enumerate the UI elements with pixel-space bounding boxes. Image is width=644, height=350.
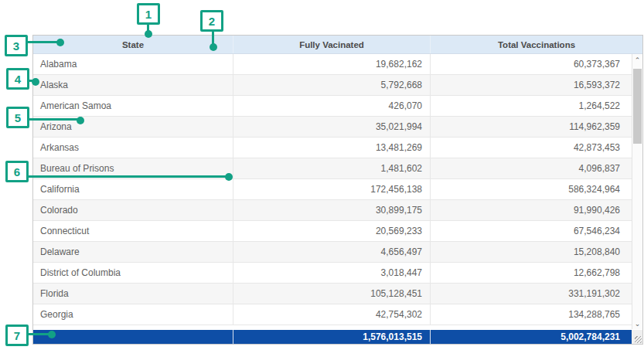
total-vaccinations-cell: 586,324,964 (431, 179, 632, 199)
callout-6-dot (225, 173, 233, 181)
table-row[interactable]: Colorado 30,899,175 91,990,426 (33, 200, 632, 221)
fully-vaccinated-cell: 20,569,233 (233, 221, 431, 241)
table-row[interactable]: Georgia 42,754,302 134,288,765 (33, 304, 632, 325)
fully-vaccinated-cell: 4,656,497 (233, 242, 431, 262)
table-header-row: State Fully Vacinated Total Vaccinations (33, 36, 642, 54)
state-cell: Alabama (33, 54, 233, 74)
table-summary-row: 1,576,013,515 5,002,784,231 (33, 330, 642, 344)
fully-vaccinated-cell: 30,899,175 (233, 200, 431, 220)
total-vaccinations-cell: 67,546,234 (431, 221, 632, 241)
total-vaccinations-cell: 16,593,372 (431, 75, 632, 95)
callout-6-box: 6 (5, 161, 29, 182)
state-cell: District of Columbia (33, 263, 233, 283)
state-cell: Connecticut (33, 221, 233, 241)
fully-vaccinated-cell: 19,682,162 (233, 54, 431, 74)
vertical-scrollbar[interactable]: ⌃ ⌄ (632, 54, 642, 329)
column-header-fully-vaccinated[interactable]: Fully Vacinated (233, 36, 431, 53)
state-cell: Alaska (33, 75, 233, 95)
state-cell: American Samoa (33, 96, 233, 116)
table-row[interactable]: Alabama 19,682,162 60,373,367 (33, 54, 632, 75)
fully-vaccinated-cell: 426,070 (233, 96, 431, 116)
state-cell: Georgia (33, 304, 233, 325)
state-cell: California (33, 179, 233, 199)
total-vaccinations-cell: 91,990,426 (431, 200, 632, 220)
state-cell: Arkansas (33, 138, 233, 158)
fully-vaccinated-cell: 35,021,994 (233, 117, 431, 137)
table-row[interactable]: California 172,456,138 586,324,964 (33, 179, 632, 200)
fully-vaccinated-cell: 172,456,138 (233, 179, 431, 199)
fully-vaccinated-cell: 5,792,668 (233, 75, 431, 95)
total-vaccinations-cell: 1,264,522 (431, 96, 632, 116)
table-row[interactable]: Arizona 35,021,994 114,962,359 (33, 117, 632, 138)
table-row[interactable]: Alaska 5,792,668 16,593,372 (33, 75, 632, 96)
callout-2-dot (210, 43, 217, 51)
callout-3-box: 3 (5, 35, 28, 56)
total-vaccinations-cell: 60,373,367 (431, 54, 632, 74)
total-vaccinations-cell: 114,962,359 (431, 117, 632, 137)
fully-vaccinated-cell: 105,128,451 (233, 284, 431, 304)
callout-3-connector (28, 41, 60, 43)
vaccination-table: State Fully Vacinated Total Vaccinations… (32, 35, 643, 345)
scrollbar-thumb[interactable] (633, 69, 642, 144)
fully-vaccinated-cell: 13,481,269 (233, 138, 431, 158)
fully-vaccinated-cell: 1,481,602 (233, 158, 431, 178)
callout-5-connector (29, 118, 80, 121)
table-body: Alabama 19,682,162 60,373,367 Alaska 5,7… (33, 54, 632, 325)
callout-7-box: 7 (5, 325, 29, 346)
total-vaccinations-cell: 12,662,798 (431, 263, 632, 283)
screenshot-canvas: State Fully Vacinated Total Vaccinations… (0, 0, 644, 350)
callout-5-box: 5 (6, 107, 29, 128)
callout-4-dot (32, 78, 39, 86)
column-header-total-vaccinations[interactable]: Total Vaccinations (431, 36, 642, 53)
table-row[interactable]: Delaware 4,656,497 15,208,840 (33, 242, 632, 263)
scroll-down-icon[interactable]: ⌄ (632, 318, 642, 329)
resize-grip-icon[interactable] (635, 336, 642, 343)
total-vaccinations-cell: 331,191,302 (431, 284, 632, 304)
callout-2-box: 2 (200, 10, 223, 32)
total-vaccinations-cell: 134,288,765 (431, 304, 632, 325)
table-row[interactable]: Connecticut 20,569,233 67,546,234 (33, 221, 632, 242)
callout-7-dot (48, 331, 56, 338)
scroll-up-icon[interactable]: ⌃ (632, 54, 642, 66)
state-cell: Delaware (33, 242, 233, 262)
fully-vaccinated-cell: 3,018,447 (233, 263, 431, 283)
summary-state-cell (33, 330, 233, 344)
callout-1-box: 1 (137, 3, 160, 25)
callout-6-connector (29, 175, 229, 178)
total-vaccinations-cell: 15,208,840 (431, 242, 632, 262)
summary-fully-vaccinated-total: 1,576,013,515 (233, 330, 431, 344)
summary-total-vaccinations-total: 5,002,784,231 (431, 330, 632, 344)
callout-5-dot (77, 117, 84, 124)
total-vaccinations-cell: 42,873,453 (431, 138, 632, 158)
fully-vaccinated-cell: 42,754,302 (233, 304, 431, 325)
state-cell: Florida (33, 284, 233, 304)
callout-4-box: 4 (6, 68, 29, 90)
table-row[interactable]: American Samoa 426,070 1,264,522 (33, 96, 632, 117)
total-vaccinations-cell: 4,096,837 (431, 158, 632, 178)
table-row[interactable]: District of Columbia 3,018,447 12,662,79… (33, 263, 632, 284)
callout-3-dot (56, 39, 64, 46)
table-row[interactable]: Arkansas 13,481,269 42,873,453 (33, 138, 632, 158)
table-row[interactable]: Florida 105,128,451 331,191,302 (33, 284, 632, 304)
callout-1-dot (145, 30, 152, 38)
state-cell: Colorado (33, 200, 233, 220)
